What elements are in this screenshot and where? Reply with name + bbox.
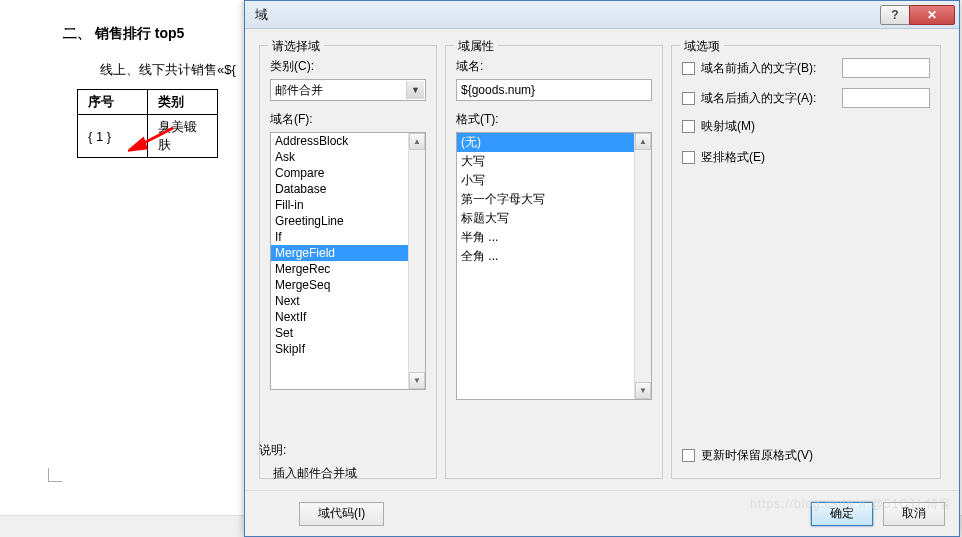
after-text-label: 域名后插入的文字(A): bbox=[701, 90, 836, 107]
field-names-listbox[interactable]: AddressBlockAskCompareDatabaseFill-inGre… bbox=[270, 132, 426, 390]
annotation-arrow-icon bbox=[128, 124, 178, 154]
list-item[interactable]: GreetingLine bbox=[271, 213, 425, 229]
group-label: 请选择域 bbox=[268, 38, 324, 55]
fieldname-label: 域名: bbox=[456, 58, 652, 75]
list-item[interactable]: 小写 bbox=[457, 171, 651, 190]
before-text-label: 域名前插入的文字(B): bbox=[701, 60, 836, 77]
list-item[interactable]: Ask bbox=[271, 149, 425, 165]
input-value: ${goods.num} bbox=[461, 83, 535, 97]
before-text-checkbox[interactable] bbox=[682, 62, 695, 75]
description-label: 说明: bbox=[259, 442, 357, 459]
category-label: 类别(C): bbox=[270, 58, 426, 75]
close-icon: ✕ bbox=[927, 8, 937, 22]
scroll-up-icon[interactable]: ▲ bbox=[409, 133, 425, 150]
list-item[interactable]: AddressBlock bbox=[271, 133, 425, 149]
fieldname-input[interactable]: ${goods.num} bbox=[456, 79, 652, 101]
list-item[interactable]: Fill-in bbox=[271, 197, 425, 213]
list-item[interactable]: If bbox=[271, 229, 425, 245]
list-item[interactable]: Set bbox=[271, 325, 425, 341]
preserve-label: 更新时保留原格式(V) bbox=[701, 447, 813, 464]
group-label: 域属性 bbox=[454, 38, 498, 55]
field-dialog: 域 ? ✕ 请选择域 类别(C): 邮件合并 ▼ 域名(F): AddressB… bbox=[244, 0, 960, 537]
table-header: 类别 bbox=[148, 90, 218, 115]
table-header: 序号 bbox=[78, 90, 148, 115]
description-area: 说明: 插入邮件合并域 bbox=[259, 442, 357, 482]
field-properties-group: 域属性 域名: ${goods.num} 格式(T): (无)大写小写第一个字母… bbox=[445, 45, 663, 479]
dialog-titlebar[interactable]: 域 ? ✕ bbox=[245, 1, 959, 29]
vertical-checkbox[interactable] bbox=[682, 151, 695, 164]
list-item[interactable]: Next bbox=[271, 293, 425, 309]
after-text-input[interactable] bbox=[842, 88, 930, 108]
combo-value: 邮件合并 bbox=[275, 82, 323, 99]
list-item[interactable]: Database bbox=[271, 181, 425, 197]
format-listbox[interactable]: (无)大写小写第一个字母大写标题大写半角 ...全角 ... ▲ ▼ bbox=[456, 132, 652, 400]
list-item[interactable]: 大写 bbox=[457, 152, 651, 171]
scrollbar[interactable]: ▲ ▼ bbox=[634, 133, 651, 399]
list-item[interactable]: SkipIf bbox=[271, 341, 425, 357]
description-text: 插入邮件合并域 bbox=[273, 465, 357, 482]
list-item[interactable]: 半角 ... bbox=[457, 228, 651, 247]
format-label: 格式(T): bbox=[456, 111, 652, 128]
fieldnames-label: 域名(F): bbox=[270, 111, 426, 128]
group-label: 域选项 bbox=[680, 38, 724, 55]
select-field-group: 请选择域 类别(C): 邮件合并 ▼ 域名(F): AddressBlockAs… bbox=[259, 45, 437, 479]
list-item[interactable]: Compare bbox=[271, 165, 425, 181]
preserve-checkbox[interactable] bbox=[682, 449, 695, 462]
chevron-down-icon: ▼ bbox=[406, 81, 424, 99]
watermark: https://blog.csdn.n @51CTI 博客 bbox=[750, 496, 952, 513]
field-codes-button[interactable]: 域代码(I) bbox=[299, 502, 384, 526]
list-item[interactable]: (无) bbox=[457, 133, 651, 152]
help-button[interactable]: ? bbox=[880, 5, 910, 25]
mapped-label: 映射域(M) bbox=[701, 118, 930, 135]
vertical-label: 竖排格式(E) bbox=[701, 149, 930, 166]
page-corner-mark bbox=[48, 468, 62, 482]
mapped-checkbox[interactable] bbox=[682, 120, 695, 133]
category-combo[interactable]: 邮件合并 ▼ bbox=[270, 79, 426, 101]
after-text-checkbox[interactable] bbox=[682, 92, 695, 105]
svg-marker-1 bbox=[130, 139, 146, 150]
dialog-title: 域 bbox=[255, 6, 880, 24]
scroll-down-icon[interactable]: ▼ bbox=[409, 372, 425, 389]
list-item[interactable]: MergeField bbox=[271, 245, 425, 261]
list-item[interactable]: MergeSeq bbox=[271, 277, 425, 293]
list-item[interactable]: NextIf bbox=[271, 309, 425, 325]
help-icon: ? bbox=[891, 8, 898, 22]
scroll-up-icon[interactable]: ▲ bbox=[635, 133, 651, 150]
scroll-down-icon[interactable]: ▼ bbox=[635, 382, 651, 399]
list-item[interactable]: MergeRec bbox=[271, 261, 425, 277]
before-text-input[interactable] bbox=[842, 58, 930, 78]
close-button[interactable]: ✕ bbox=[909, 5, 955, 25]
list-item[interactable]: 标题大写 bbox=[457, 209, 651, 228]
list-item[interactable]: 第一个字母大写 bbox=[457, 190, 651, 209]
list-item[interactable]: 全角 ... bbox=[457, 247, 651, 266]
scrollbar[interactable]: ▲ ▼ bbox=[408, 133, 425, 389]
field-options-group: 域选项 域名前插入的文字(B): 域名后插入的文字(A): 映射域(M) bbox=[671, 45, 941, 479]
